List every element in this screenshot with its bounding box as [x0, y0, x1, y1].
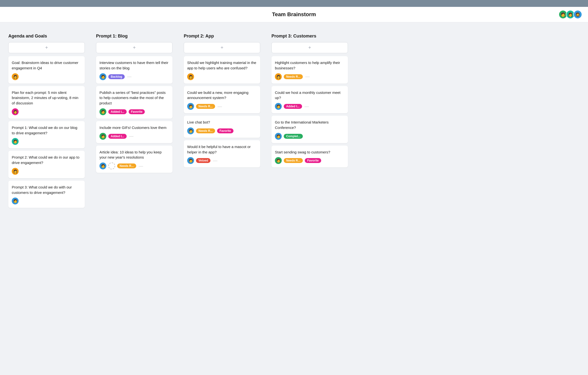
- add-card-button-agenda[interactable]: +: [8, 42, 85, 53]
- card-text: Prompt 1: What could we do on our blog t…: [12, 125, 81, 136]
- card-text: Should we highlight training material in…: [187, 60, 257, 71]
- card-text: Goal: Brainstorm ideas to drive customer…: [12, 60, 81, 71]
- card-footer: 🧑: [12, 138, 81, 145]
- card-footer: 🧑Complet...: [275, 133, 344, 140]
- card-footer: 🧑Added t...Favorite: [99, 108, 169, 115]
- card-footer: 👩: [187, 73, 257, 80]
- card-avatar: 🧑: [275, 133, 282, 140]
- card-prompt1-0: Interview customers to have them tell th…: [96, 56, 172, 84]
- card-avatar: 🧑: [99, 73, 106, 80]
- card-prompt1-2: Include more GIFs! Customers love them🧑A…: [96, 121, 172, 143]
- card-footer: 🧑Needs R...Favorite: [187, 127, 257, 134]
- card-avatar: 🧑: [275, 103, 282, 110]
- card-agenda-3: Prompt 2: What could we do in our app to…: [8, 151, 85, 178]
- column-prompt3: Prompt 3: Customers+Highlight customers …: [268, 30, 351, 174]
- status-badge[interactable]: Added t...: [108, 134, 127, 139]
- card-footer: 👩Needs R...—: [275, 73, 344, 80]
- status-badge[interactable]: Needs R...: [284, 74, 303, 79]
- card-text: Live chat bot?: [187, 120, 257, 125]
- card-avatar: 👩: [275, 73, 282, 80]
- card-avatar: 🧑: [12, 198, 19, 204]
- card-text: Publish a series of "best practices" pos…: [99, 90, 169, 106]
- card-prompt1-3: Article idea: 10 ideas to help you keep …: [96, 146, 172, 173]
- card-avatar: 👩: [12, 168, 19, 175]
- card-text: Plan for each prompt: 5 min silent brain…: [12, 90, 81, 106]
- card-text: Prompt 2: What could we do in our app to…: [12, 155, 81, 165]
- card-dash: —: [139, 163, 143, 169]
- card-footer: 👩: [12, 168, 81, 175]
- card-footer: 🧑Added t...—: [275, 103, 344, 110]
- card-text: Article idea: 10 ideas to help you keep …: [99, 150, 169, 160]
- card-avatar: 🧑: [275, 157, 282, 164]
- card-dash: —: [305, 104, 309, 109]
- card-footer: 👩: [12, 108, 81, 115]
- card-agenda-0: Goal: Brainstorm ideas to drive customer…: [8, 56, 85, 84]
- card-avatar: 🧑: [187, 127, 194, 134]
- card-text: Start sending swag to customers?: [275, 150, 344, 155]
- status-badge[interactable]: Needs R...: [284, 158, 303, 163]
- card-avatar: 👩: [12, 108, 19, 115]
- card-dash: —: [218, 104, 222, 109]
- status-badge[interactable]: Backlog: [108, 74, 125, 79]
- column-prompt2: Prompt 2: App+Should we highlight traini…: [180, 30, 264, 174]
- status-badge[interactable]: Added t...: [284, 104, 302, 109]
- card-footer: 🧑Added t...—: [99, 133, 169, 140]
- card-avatar: 👩: [187, 73, 194, 80]
- column-agenda: Agenda and Goals+Goal: Brainstorm ideas …: [5, 30, 88, 214]
- card-prompt2-3: Would it be helpful to have a mascot or …: [184, 140, 260, 168]
- card-avatar: 👩: [12, 73, 19, 80]
- column-prompt1: Prompt 1: Blog+Interview customers to ha…: [93, 30, 176, 179]
- card-footer: 🧑Vetoed—: [187, 157, 257, 164]
- card-prompt3-0: Highlight customers to help amplify thei…: [271, 56, 348, 84]
- card-prompt3-2: Go to the International Marketers Confer…: [271, 116, 348, 143]
- top-bar: [0, 0, 588, 7]
- card-text: Could we build a new, more engaging anno…: [187, 90, 257, 101]
- status-badge[interactable]: Needs R...: [196, 128, 215, 133]
- status-badge[interactable]: Added t...: [108, 109, 127, 114]
- column-title-prompt1: Prompt 1: Blog: [96, 34, 172, 39]
- page-title: Team Brainstorm: [272, 11, 316, 18]
- header: Team Brainstorm 🧑👩🧔: [0, 7, 588, 22]
- card-prompt2-1: Could we build a new, more engaging anno…: [184, 86, 260, 113]
- add-card-button-prompt3[interactable]: +: [271, 42, 348, 53]
- card-dash: —: [305, 74, 310, 79]
- card-dash: —: [213, 158, 217, 163]
- status-badge[interactable]: Needs R...: [117, 163, 136, 168]
- status-badge[interactable]: Complet...: [284, 134, 303, 139]
- card-avatar: 🧑: [99, 108, 106, 115]
- card-text: Would it be helpful to have a mascot or …: [187, 144, 257, 155]
- add-card-button-prompt2[interactable]: +: [184, 42, 260, 53]
- card-footer: 🧑Needs R...—: [187, 103, 257, 110]
- status-badge[interactable]: Vetoed: [196, 158, 210, 163]
- card-agenda-1: Plan for each prompt: 5 min silent brain…: [8, 86, 85, 119]
- card-avatar: 🧑: [12, 138, 19, 145]
- main-content: Agenda and Goals+Goal: Brainstorm ideas …: [0, 22, 588, 222]
- card-text: Could we host a monthly customer meet up…: [275, 90, 344, 101]
- status-badge[interactable]: Needs R...: [196, 104, 215, 109]
- card-prompt3-1: Could we host a monthly customer meet up…: [271, 86, 348, 113]
- column-title-prompt3: Prompt 3: Customers: [271, 34, 348, 39]
- header-avatar-2: 🧔: [573, 10, 582, 19]
- card-avatar-extra: [108, 162, 115, 169]
- card-agenda-4: Prompt 3: What could we do with our cust…: [8, 181, 85, 208]
- card-footer: 🧑Needs R...Favorite: [275, 157, 344, 164]
- status-badge[interactable]: Favorite: [129, 109, 145, 114]
- card-prompt1-1: Publish a series of "best practices" pos…: [96, 86, 172, 119]
- card-text: Include more GIFs! Customers love them: [99, 125, 169, 130]
- card-prompt2-2: Live chat bot?🧑Needs R...Favorite: [184, 116, 260, 138]
- status-badge[interactable]: Favorite: [305, 158, 321, 163]
- header-avatars: 🧑👩🧔: [559, 10, 582, 19]
- status-badge[interactable]: Favorite: [217, 128, 233, 133]
- card-avatar: 🧑: [99, 162, 106, 169]
- column-title-prompt2: Prompt 2: App: [184, 34, 260, 39]
- card-footer: 🧑: [12, 198, 81, 204]
- card-agenda-2: Prompt 1: What could we do on our blog t…: [8, 121, 85, 149]
- card-dash: —: [127, 74, 132, 79]
- card-footer: 🧑Backlog—: [99, 73, 169, 80]
- card-avatar: 🧑: [99, 133, 106, 140]
- card-avatar: 🧑: [187, 103, 194, 110]
- add-card-button-prompt1[interactable]: +: [96, 42, 172, 53]
- column-title-agenda: Agenda and Goals: [8, 34, 85, 39]
- card-prompt2-0: Should we highlight training material in…: [184, 56, 260, 84]
- card-avatar: 🧑: [187, 157, 194, 164]
